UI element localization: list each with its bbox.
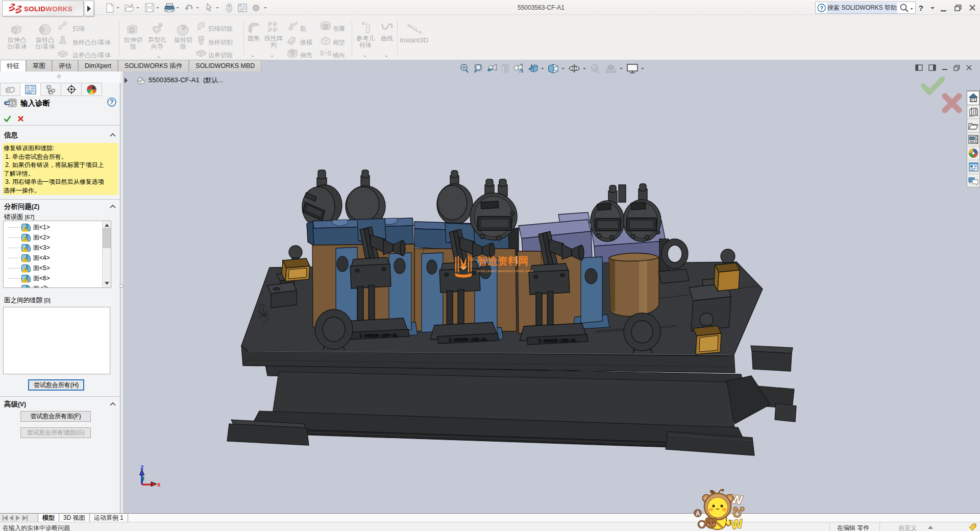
svg-text:I-50R50-100-AL: I-50R50-100-AL — [538, 338, 577, 344]
svg-text:?: ? — [820, 5, 823, 11]
svg-text:X: X — [157, 482, 161, 488]
svg-text:W: W — [730, 517, 744, 531]
svg-text:?: ? — [110, 99, 113, 106]
svg-text:A: A — [696, 510, 700, 517]
svg-text:I-50R50-100-AL: I-50R50-100-AL — [359, 333, 398, 339]
svg-text:SOLIDWORKS: SOLIDWORKS — [24, 5, 72, 13]
svg-text:I-50R50-100-AL: I-50R50-100-AL — [449, 337, 487, 343]
